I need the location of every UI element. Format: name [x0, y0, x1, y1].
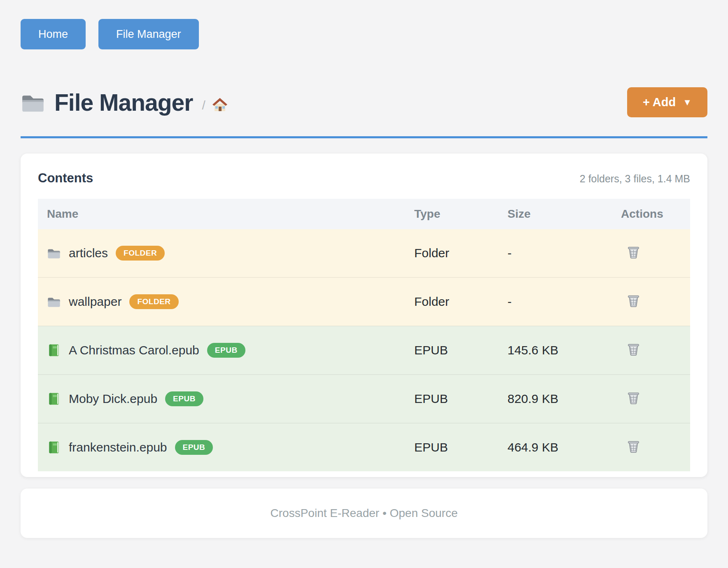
footer: CrossPoint E-Reader • Open Source	[21, 489, 707, 538]
delete-button[interactable]	[627, 244, 640, 259]
file-size: 145.6 KB	[507, 326, 621, 375]
folder-icon	[47, 295, 61, 308]
top-nav: Home File Manager	[21, 0, 707, 49]
breadcrumb: /	[202, 98, 205, 112]
contents-title: Contents	[38, 171, 93, 186]
green-book-icon	[47, 344, 61, 357]
chevron-down-icon: ▼	[683, 97, 692, 108]
table-row: A Christmas Carol.epub EPUB EPUB 145.6 K…	[38, 326, 690, 375]
home-button[interactable]: Home	[21, 19, 86, 49]
file-type: Folder	[414, 277, 508, 326]
folder-badge: FOLDER	[129, 294, 178, 309]
delete-button[interactable]	[627, 342, 640, 356]
folder-badge: FOLDER	[116, 246, 165, 261]
epub-badge: EPUB	[175, 440, 213, 455]
file-type: EPUB	[414, 375, 508, 423]
file-type: EPUB	[414, 423, 508, 471]
file-size: -	[507, 277, 621, 326]
file-size: 820.9 KB	[507, 375, 621, 423]
file-type: Folder	[414, 229, 508, 277]
home-icon[interactable]	[211, 96, 229, 113]
column-header-size: Size	[507, 199, 621, 229]
epub-badge: EPUB	[165, 391, 203, 406]
file-name[interactable]: articles	[69, 246, 108, 260]
file-name[interactable]: wallpaper	[69, 295, 121, 309]
trash-icon	[627, 390, 640, 405]
add-button-label: + Add	[643, 95, 676, 109]
file-name[interactable]: Moby Dick.epub	[69, 392, 157, 406]
delete-button[interactable]	[627, 293, 640, 307]
file-size: -	[507, 229, 621, 277]
file-manager-page: Home File Manager File Manager / + Add ▼…	[0, 0, 728, 538]
green-book-icon	[47, 392, 61, 405]
contents-card: Contents 2 folders, 3 files, 1.4 MB Name…	[21, 154, 707, 477]
table-row: wallpaper FOLDER Folder -	[38, 277, 690, 326]
header-divider	[21, 136, 707, 138]
folder-icon	[21, 92, 45, 113]
page-header: File Manager / + Add ▼	[21, 87, 707, 117]
green-book-icon	[47, 441, 61, 454]
table-header-row: Name Type Size Actions	[38, 199, 690, 229]
file-name[interactable]: frankenstein.epub	[69, 440, 167, 454]
file-name[interactable]: A Christmas Carol.epub	[69, 343, 199, 357]
delete-button[interactable]	[627, 439, 640, 453]
table-row: frankenstein.epub EPUB EPUB 464.9 KB	[38, 423, 690, 471]
page-title: File Manager	[54, 89, 193, 116]
table-row: articles FOLDER Folder -	[38, 229, 690, 277]
trash-icon	[627, 342, 640, 356]
trash-icon	[627, 293, 640, 307]
trash-icon	[627, 244, 640, 259]
column-header-type: Type	[414, 199, 508, 229]
trash-icon	[627, 439, 640, 453]
footer-text: CrossPoint E-Reader • Open Source	[271, 507, 458, 519]
file-type: EPUB	[414, 326, 508, 375]
delete-button[interactable]	[627, 390, 640, 405]
file-size: 464.9 KB	[507, 423, 621, 471]
table-row: Moby Dick.epub EPUB EPUB 820.9 KB	[38, 375, 690, 423]
file-manager-button[interactable]: File Manager	[98, 19, 199, 49]
add-button[interactable]: + Add ▼	[627, 87, 707, 117]
folder-icon	[47, 247, 61, 260]
contents-summary: 2 folders, 3 files, 1.4 MB	[580, 173, 690, 185]
epub-badge: EPUB	[207, 343, 245, 358]
column-header-name: Name	[38, 199, 414, 229]
column-header-actions: Actions	[621, 199, 690, 229]
file-table: Name Type Size Actions articles FOLDER F…	[38, 199, 690, 471]
